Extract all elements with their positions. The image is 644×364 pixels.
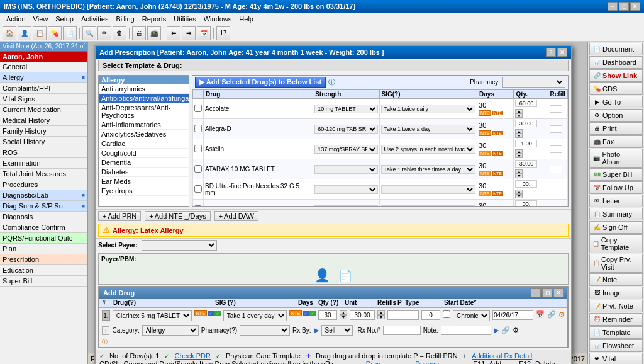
toolbar-btn-7[interactable]: ✏	[97, 26, 111, 40]
toolbar-btn-5[interactable]: 📄	[63, 26, 77, 40]
template-list[interactable]: Anti arryhmics Antibiotics/antiviral/ant…	[99, 84, 189, 198]
right-btn-letter[interactable]: ✉ Letter	[589, 195, 643, 207]
right-btn-copyprvvisit[interactable]: 📋 Copy Prv. Visit	[589, 254, 643, 273]
strength-select-1[interactable]: 60-120 mg TAB SR	[314, 125, 377, 134]
sidebar-item-vitalsigns[interactable]: Vital Signs	[0, 94, 87, 105]
add-nte-btn[interactable]: + Add NTE _/Days	[145, 211, 210, 221]
right-btn-fax[interactable]: 📠 Fax	[589, 135, 643, 148]
menu-activities[interactable]: Activities	[77, 14, 112, 23]
modal-controls[interactable]: ? ✕	[546, 48, 567, 57]
modal-help-btn[interactable]: ?	[546, 48, 556, 57]
menu-setup[interactable]: Setup	[52, 14, 77, 23]
sidebar-item-complaints[interactable]: Complaints/HPI	[0, 83, 87, 94]
add-drug-close[interactable]: ✕	[553, 288, 564, 297]
ref-input-0[interactable]	[550, 105, 562, 113]
template-item-antibiotics[interactable]: Antibiotics/antiviral/antifungal	[99, 94, 189, 103]
template-item-antiarr[interactable]: Anti arryhmics	[99, 84, 189, 94]
ref-input-4[interactable]	[550, 186, 562, 193]
ref-input-2[interactable]	[550, 145, 562, 153]
menu-view[interactable]: View	[30, 14, 52, 23]
sidebar-item-currentmed[interactable]: Current Medication	[0, 105, 87, 115]
modal-close-btn[interactable]: ✕	[557, 48, 567, 57]
toolbar-btn-3[interactable]: 📋	[33, 26, 47, 40]
payer-select[interactable]	[142, 240, 217, 251]
patient-name-btn[interactable]: Aaron, John	[0, 52, 87, 62]
qty-stepper-1[interactable]: ▲▼	[515, 129, 523, 138]
sidebar-item-procedures[interactable]: Procedures	[0, 179, 87, 190]
unit-row1-input[interactable]	[387, 310, 419, 320]
category-select[interactable]: Allergy	[142, 325, 199, 336]
right-btn-flowsheet[interactable]: 📊 Flowsheet	[589, 339, 643, 352]
drug-checkbox-3[interactable]	[194, 165, 202, 173]
days-stepper[interactable]: ▲▼	[340, 310, 347, 319]
template-item-cough[interactable]: Cough/cold	[99, 149, 189, 158]
menu-windows[interactable]: Windows	[200, 14, 236, 23]
right-btn-superbill[interactable]: 💵 Super Bill	[589, 168, 643, 181]
right-btn-dashboard[interactable]: 📊 Dashboard	[589, 56, 643, 69]
add-daw-btn[interactable]: + Add DAW	[214, 211, 258, 221]
template-item-earmeds[interactable]: Ear Meds	[99, 177, 189, 186]
sidebar-item-diagnosis[interactable]: Diagnosis	[0, 212, 87, 222]
days-row1-input[interactable]	[318, 310, 337, 320]
edu-link[interactable]: Drug Education	[366, 360, 411, 364]
qty-stepper-3[interactable]: ▲▼	[515, 169, 523, 178]
sidebar-item-familyhist[interactable]: Family History	[0, 126, 87, 137]
pharmacy-select[interactable]	[502, 77, 565, 88]
plus-icon[interactable]: +	[102, 326, 109, 335]
sidebar-item-diagsum[interactable]: Diag Sum & S/P Su ■	[0, 201, 87, 212]
toolbar-btn-4[interactable]: 💊	[48, 26, 62, 40]
qty-input-3[interactable]	[515, 160, 537, 168]
right-btn-summary[interactable]: 📋 Summary	[589, 208, 643, 220]
note-input[interactable]	[441, 326, 491, 335]
qty-input-4[interactable]	[515, 180, 537, 188]
sidebar-item-jointmeasures[interactable]: Total Joint Measures	[0, 169, 87, 179]
right-btn-image[interactable]: 🖼 Image	[589, 287, 643, 299]
sidebar-item-compliance[interactable]: Compliance Confirm	[0, 222, 87, 233]
rxby-select[interactable]: Sell	[321, 325, 353, 336]
template-item-dementia[interactable]: Dementia	[99, 158, 189, 168]
toolbar-btn-8[interactable]: 🗑	[113, 26, 126, 40]
right-btn-vital[interactable]: ❤ Vital	[589, 353, 643, 364]
toolbar-btn-11[interactable]: ⬅	[167, 26, 180, 40]
row1-icon2[interactable]: ⚙	[558, 310, 565, 319]
right-btn-print[interactable]: 🖨 Print	[589, 122, 643, 135]
strength-select-4[interactable]	[314, 185, 377, 194]
menu-billing[interactable]: Billing	[112, 14, 138, 23]
right-btn-reminder[interactable]: ⏰ Reminder	[589, 313, 643, 326]
row2-icon2[interactable]: 🔗	[501, 326, 510, 334]
qty-stepper[interactable]: ▲▼	[377, 310, 385, 319]
row2-icon1[interactable]: ▶	[494, 326, 499, 334]
add-rx-detail[interactable]: Additional Rx Detail	[472, 352, 532, 360]
add-drug-minimize[interactable]: ─	[531, 288, 541, 297]
drug-checkbox-1[interactable]	[194, 125, 202, 132]
qty-input-5[interactable]	[515, 200, 537, 206]
qty-stepper-2[interactable]: ▲▼	[515, 149, 523, 158]
template-item-eyedrops[interactable]: Eye drops	[99, 186, 189, 196]
right-btn-goto[interactable]: ▶ Go To	[589, 96, 643, 108]
qty-row1-input[interactable]	[350, 310, 375, 320]
add-prn-btn[interactable]: + Add PRN	[98, 211, 141, 221]
template-item-antiinflam[interactable]: Anti-Inflammatories	[99, 120, 189, 130]
toolbar-btn-6[interactable]: 🔍	[82, 26, 96, 40]
sidebar-item-pqrs[interactable]: PQRS/Functional Outc	[0, 233, 87, 244]
p-checkbox[interactable]	[443, 310, 450, 318]
qty-input-0[interactable]	[515, 100, 537, 107]
toolbar-btn-9[interactable]: 🖨	[132, 26, 146, 40]
right-btn-showlink[interactable]: 🔗 Show Link	[589, 69, 643, 82]
restore-btn[interactable]: ◻	[619, 2, 629, 11]
refills-row1-input[interactable]	[421, 310, 440, 320]
drug-checkbox-4[interactable]	[194, 185, 202, 193]
strength-select-5[interactable]: 0.042 % SPRAY	[314, 205, 377, 207]
toolbar-btn-14[interactable]: 17	[216, 26, 230, 40]
right-btn-option[interactable]: ⚙ Option	[589, 109, 643, 122]
dosage-link[interactable]: Dosage Calculator	[415, 360, 468, 364]
calendar-icon[interactable]: 📅	[536, 310, 545, 319]
right-btn-signoff[interactable]: ✍ Sign Off	[589, 221, 643, 234]
sidebar-item-general[interactable]: General	[0, 62, 87, 72]
sidebar-item-allergy[interactable]: Allergy ■	[0, 72, 87, 83]
strength-select-3[interactable]	[314, 165, 377, 174]
right-btn-document[interactable]: 📄 Document	[589, 43, 643, 55]
right-btn-photoalbum[interactable]: 📷 Photo Album	[589, 149, 643, 168]
sidebar-item-prescription[interactable]: Prescription	[0, 254, 87, 265]
sidebar-item-superbill[interactable]: Super Bill	[0, 276, 87, 287]
